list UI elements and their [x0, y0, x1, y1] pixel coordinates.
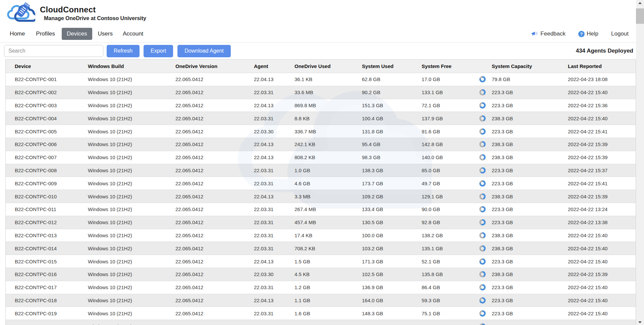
cell-system-capacity: 238.3 GB — [479, 232, 568, 239]
cell-system-free: 52.1 GB — [422, 259, 479, 264]
cell-agent: 22.04.13 — [254, 259, 294, 264]
nav-right: Feedback ? Help Logout — [531, 30, 629, 37]
column-header-onedrive-used[interactable]: OneDrive Used — [294, 63, 362, 69]
cell-agent: 22.03.31 — [254, 206, 294, 212]
table-row[interactable]: B22-CONTPC-012Windows 10 (21H2)22.065.04… — [6, 216, 636, 229]
cell-device: B22-CONTPC-015 — [15, 259, 88, 264]
cell-system-used: 164.0 GB — [362, 298, 422, 303]
agents-deployed-count: 434 Agents Deployed — [576, 48, 633, 54]
cell-onedrive-used: 4.6 GB — [294, 181, 362, 186]
nav-item-profiles[interactable]: Profiles — [36, 30, 55, 37]
cell-system-used: 90.2 GB — [362, 89, 422, 95]
refresh-button[interactable]: Refresh — [107, 45, 140, 57]
capacity-donut-icon — [479, 284, 486, 290]
cell-onedrive-version: 22.065.0412 — [175, 311, 254, 316]
cell-last-reported: 2022-04-23 18:08 — [568, 76, 636, 82]
export-button[interactable]: Export — [144, 45, 173, 57]
app-header: CloudConnect Manage OneDrive at Contoso … — [0, 0, 636, 25]
capacity-value: 223.3 GB — [492, 219, 513, 225]
nav-item-account[interactable]: Account — [123, 30, 143, 37]
table-row[interactable]: B22-CONTPC-001Windows 10 (21H2)22.065.04… — [6, 73, 636, 86]
cell-last-reported: 2022-04-22 15:40 — [568, 284, 636, 290]
table-header-row: Device Windows Build OneDrive Version Ag… — [6, 60, 636, 73]
column-header-onedrive-version[interactable]: OneDrive Version — [175, 63, 254, 69]
question-icon: ? — [578, 31, 585, 37]
toolbar: Refresh Export Download Agent 434 Agents… — [0, 43, 636, 59]
table-row[interactable]: B22-CONTPC-020Windows 10 (21H2)22.065.04… — [6, 320, 636, 325]
cell-onedrive-version: 22.065.0412 — [175, 116, 254, 121]
cell-windows-build: Windows 10 (21H2) — [88, 129, 175, 134]
cell-agent: 22.04.13 — [254, 194, 294, 199]
feedback-link[interactable]: Feedback — [531, 30, 566, 37]
table-row[interactable]: B22-CONTPC-015Windows 10 (21H2)22.065.04… — [6, 255, 636, 268]
table-row[interactable]: B22-CONTPC-014Windows 10 (21H2)22.065.04… — [6, 242, 636, 255]
table-row[interactable]: B22-CONTPC-005Windows 10 (21H2)22.065.04… — [6, 125, 636, 138]
table-row[interactable]: B22-CONTPC-013Windows 10 (21H2)22.065.04… — [6, 229, 636, 242]
scrollbar[interactable] — [636, 0, 644, 325]
table-row[interactable]: B22-CONTPC-016Windows 10 (21H2)22.065.04… — [6, 268, 636, 281]
capacity-donut-icon — [479, 310, 486, 317]
cell-system-free: 59.3 GB — [422, 298, 479, 303]
cell-system-free: 137.9 GB — [422, 116, 479, 121]
download-agent-button[interactable]: Download Agent — [177, 45, 231, 57]
cell-system-capacity: 79.8 GB — [479, 76, 568, 82]
table-row[interactable]: B22-CONTPC-008Windows 10 (21H2)22.065.04… — [6, 164, 636, 177]
table-row[interactable]: B22-CONTPC-017Windows 10 (21H2)22.065.04… — [6, 281, 636, 294]
cell-device: B22-CONTPC-009 — [15, 181, 88, 186]
cell-system-capacity — [479, 323, 568, 325]
cell-onedrive-used: 33.6 MB — [294, 89, 362, 95]
logout-link[interactable]: Logout — [611, 30, 629, 37]
scrollbar-down-arrow-icon[interactable] — [636, 319, 644, 325]
cell-onedrive-used: 267.4 MB — [294, 206, 362, 212]
cell-onedrive-used: 1.6 GB — [294, 311, 362, 316]
cell-onedrive-used: 1.0 GB — [294, 168, 362, 173]
table-row[interactable]: B22-CONTPC-007Windows 10 (21H2)22.065.04… — [6, 151, 636, 164]
table-row[interactable]: B22-CONTPC-003Windows 10 (21H2)22.065.04… — [6, 99, 636, 112]
cell-device: B22-CONTPC-016 — [15, 271, 88, 277]
cell-system-used: 173.7 GB — [362, 181, 422, 186]
cell-system-used: 102.5 GB — [362, 271, 422, 277]
table-row[interactable]: B22-CONTPC-019Windows 10 (21H2)22.065.04… — [6, 307, 636, 320]
cell-onedrive-used: 3.3 MB — [294, 194, 362, 199]
search-input[interactable] — [4, 45, 103, 57]
column-header-windows-build[interactable]: Windows Build — [88, 63, 175, 69]
nav-item-users[interactable]: Users — [98, 30, 113, 37]
capacity-value: 223.3 GB — [492, 298, 513, 303]
column-header-system-free[interactable]: System Free — [422, 63, 479, 69]
cell-onedrive-version: 22.065.0412 — [175, 194, 254, 199]
cell-agent: 22.03.31 — [254, 116, 294, 121]
table-row[interactable]: B22-CONTPC-011Windows 10 (21H2)22.065.04… — [6, 203, 636, 216]
cell-device: B22-CONTPC-011 — [15, 206, 88, 212]
cell-agent: 22.04.13 — [254, 141, 294, 147]
column-header-device[interactable]: Device — [15, 63, 88, 69]
cell-onedrive-version: 22.065.0412 — [175, 103, 254, 108]
table-row[interactable]: B22-CONTPC-002Windows 10 (21H2)22.065.04… — [6, 86, 636, 99]
cell-system-used: 148.3 GB — [362, 311, 422, 316]
capacity-value: 238.3 GB — [492, 141, 513, 147]
cell-onedrive-version: 22.065.0412 — [175, 298, 254, 303]
cell-windows-build: Windows 10 (21H2) — [88, 259, 175, 264]
cell-windows-build: Windows 10 (21H2) — [88, 103, 175, 108]
cell-system-used: 171.3 GB — [362, 259, 422, 264]
column-header-agent[interactable]: Agent — [254, 63, 294, 69]
column-header-last-reported[interactable]: Last Reported — [568, 63, 636, 69]
capacity-value: 238.3 GB — [492, 246, 513, 251]
table-row[interactable]: B22-CONTPC-006Windows 10 (21H2)22.065.04… — [6, 138, 636, 151]
table-row[interactable]: B22-CONTPC-010Windows 10 (21H2)22.065.04… — [6, 190, 636, 203]
column-header-system-capacity[interactable]: System Capacity — [479, 63, 568, 69]
table-rows: B22-CONTPC-001Windows 10 (21H2)22.065.04… — [6, 73, 636, 325]
table-row[interactable]: B22-CONTPC-018Windows 10 (21H2)22.065.04… — [6, 294, 636, 307]
scrollbar-up-arrow-icon[interactable] — [636, 0, 644, 6]
scrollbar-thumb[interactable] — [636, 8, 644, 24]
nav-item-home[interactable]: Home — [10, 30, 25, 37]
nav-item-devices[interactable]: Devices — [62, 28, 92, 40]
column-header-system-used[interactable]: System Used — [362, 63, 422, 69]
cell-system-used: 151.3 GB — [362, 103, 422, 108]
cell-windows-build: Windows 10 (21H2) — [88, 284, 175, 290]
cloudconnect-logo-icon[interactable] — [4, 1, 35, 24]
table-row[interactable]: B22-CONTPC-004Windows 10 (21H2)22.065.04… — [6, 112, 636, 125]
table-row[interactable]: B22-CONTPC-009Windows 10 (21H2)22.065.04… — [6, 177, 636, 190]
help-link[interactable]: ? Help — [578, 30, 598, 37]
cell-onedrive-used: 8.8 KB — [294, 116, 362, 121]
cell-last-reported: 2022-04-22 15:40 — [568, 116, 636, 121]
